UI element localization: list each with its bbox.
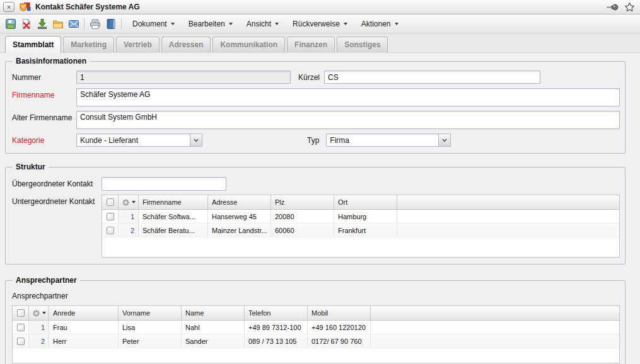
ansprechpartner-label: Ansprechpartner <box>12 292 620 300</box>
row-checkbox[interactable] <box>17 324 25 331</box>
toolbar-separator <box>121 18 122 30</box>
column-header-plz[interactable]: Plz <box>271 195 334 209</box>
column-menu-button[interactable] <box>29 306 49 320</box>
typ-select[interactable]: Firma <box>326 134 451 147</box>
tab-kommunikation[interactable]: Kommunikation <box>212 37 285 52</box>
cell-name: Nahl <box>182 321 245 334</box>
grid-header: Anrede Vorname Name Telefon Mobil <box>13 306 619 321</box>
email-icon <box>68 18 79 30</box>
kategorie-label: Kategorie <box>12 134 76 145</box>
select-all-checkbox[interactable] <box>17 309 25 317</box>
caret-down-icon <box>275 23 279 25</box>
save-icon <box>5 18 16 30</box>
column-header-mobil[interactable]: Mobil <box>308 306 371 320</box>
table-row[interactable]: 1 Frau Lisa Nahl +49 89 7312-100 +49 160… <box>13 321 619 334</box>
close-icon: × <box>7 4 11 11</box>
typ-dropdown-button[interactable] <box>438 134 450 146</box>
alter-firmenname-input[interactable]: Consult System GmbH <box>76 111 620 129</box>
print-button[interactable] <box>87 16 103 31</box>
tab-stammblatt[interactable]: Stammblatt <box>5 36 61 53</box>
table-row[interactable]: 2 Schäfer Beratu... Mainzer Landstr... 6… <box>102 224 619 237</box>
section-legend: Basisinformationen <box>13 57 90 65</box>
kuerzel-input[interactable] <box>324 71 540 84</box>
table-row[interactable]: 2 Herr Peter Sander 089 / 73 13 105 0172… <box>13 334 619 348</box>
close-button[interactable]: × <box>3 2 15 12</box>
kategorie-value: Kunde - Lieferant <box>77 134 190 146</box>
column-header-anrede[interactable]: Anrede <box>49 306 119 320</box>
tab-marketing[interactable]: Marketing <box>63 37 114 52</box>
cell-vorname: Peter <box>119 334 182 348</box>
cell-filler <box>397 224 619 237</box>
gear-icon <box>122 198 130 207</box>
caret-down-icon <box>344 23 347 25</box>
save-button[interactable] <box>3 16 18 31</box>
kategorie-dropdown-button[interactable] <box>190 134 202 146</box>
row-number-link[interactable]: 1 <box>41 324 45 331</box>
delete-document-icon <box>21 18 32 30</box>
menu-label: Bearbeiten <box>189 20 225 28</box>
tab-adressen[interactable]: Adressen <box>161 37 211 52</box>
tab-vertrieb[interactable]: Vertrieb <box>116 37 160 52</box>
uebergeordneter-kontakt-input[interactable] <box>102 177 226 191</box>
menu-label: Ansicht <box>247 20 271 28</box>
menu-ansicht[interactable]: Ansicht <box>241 17 284 31</box>
delete-button[interactable] <box>18 16 34 31</box>
firmenname-input[interactable]: Schäfer Systeme AG <box>76 88 620 106</box>
email-button[interactable] <box>66 16 81 31</box>
column-header-adresse[interactable]: Adresse <box>208 195 271 209</box>
cell-ort: Frankfurt <box>334 224 397 237</box>
pin-button[interactable] <box>605 3 619 11</box>
cell-ort: Hamburg <box>334 210 397 223</box>
tab-finanzen[interactable]: Finanzen <box>287 37 335 52</box>
table-row[interactable]: 1 Schäfer Softwa... Hanserweg 45 20080 H… <box>102 210 619 224</box>
nummer-label: Nummer <box>12 71 76 82</box>
cell-anrede: Frau <box>49 321 119 334</box>
menu-aktionen[interactable]: Aktionen <box>356 17 404 31</box>
cell-filler <box>371 334 619 348</box>
row-number-link[interactable]: 1 <box>131 213 134 220</box>
column-header-vorname[interactable]: Vorname <box>119 306 182 320</box>
row-checkbox[interactable] <box>107 227 114 234</box>
kategorie-select[interactable]: Kunde - Lieferant <box>76 134 202 147</box>
ansprechpartner-grid: Anrede Vorname Name Telefon Mobil 1 Frau… <box>12 305 620 363</box>
row-number-link[interactable]: 2 <box>41 338 45 345</box>
nummer-input[interactable] <box>76 71 291 84</box>
row-checkbox[interactable] <box>17 338 25 345</box>
row-number-link[interactable]: 2 <box>131 227 134 234</box>
column-header-filler <box>371 306 619 320</box>
menu-dokument[interactable]: Dokument <box>127 17 180 31</box>
select-all-checkbox[interactable] <box>107 198 114 206</box>
column-header-ort[interactable]: Ort <box>334 195 397 209</box>
column-menu-button[interactable] <box>119 195 139 209</box>
typ-label: Typ <box>307 134 319 145</box>
favorite-star-button[interactable] <box>624 2 635 12</box>
cell-adresse: Mainzer Landstr... <box>208 224 271 237</box>
column-header-telefon[interactable]: Telefon <box>245 306 308 320</box>
menu-bearbeiten[interactable]: Bearbeiten <box>183 17 238 31</box>
tab-label: Marketing <box>71 40 107 49</box>
cell-mobil: +49 160 1220120 <box>308 321 371 334</box>
firmenname-label: Firmenname <box>12 88 76 100</box>
import-button[interactable] <box>34 16 50 31</box>
cell-firmenname: Schäfer Softwa... <box>139 210 208 223</box>
open-folder-button[interactable] <box>50 16 66 31</box>
window-titlebar: × Kontakt Schäfer Systeme AG <box>0 0 640 14</box>
address-book-button[interactable] <box>103 16 119 31</box>
section-basisinformationen: Basisinformationen Nummer Kürzel Firmenn… <box>5 57 625 154</box>
column-header-name[interactable]: Name <box>182 306 245 320</box>
column-header-firmenname[interactable]: Firmenname <box>139 195 208 209</box>
form-row: Kategorie Kunde - Lieferant Typ Firma <box>12 134 620 147</box>
row-checkbox[interactable] <box>107 213 114 220</box>
tab-label: Vertrieb <box>124 40 152 49</box>
import-icon <box>37 18 48 30</box>
select-all-header-cell <box>13 306 29 320</box>
cell-anrede: Herr <box>49 334 119 348</box>
tab-sonstiges[interactable]: Sonstiges <box>337 37 388 52</box>
form-row: Untergeordneter Kontakt <box>12 195 620 258</box>
cell-plz: 60060 <box>271 224 334 237</box>
form-row: Alter Firmenname Consult System GmbH <box>12 111 620 129</box>
menu-rueckverweise[interactable]: Rückverweise <box>287 17 353 31</box>
chevron-down-icon <box>194 139 199 142</box>
form-row: Übergeordneter Kontakt <box>12 177 620 191</box>
gear-icon <box>32 309 40 317</box>
